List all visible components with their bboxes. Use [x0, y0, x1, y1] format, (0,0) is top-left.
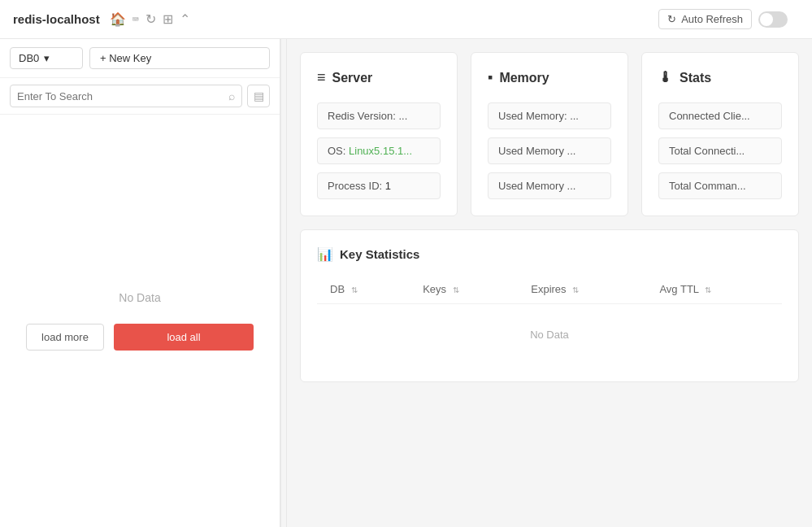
stats-card-items: Connected Clie... Total Connecti... Tota…: [658, 102, 782, 199]
server-card: ≡ Server Redis Version: ... OS: Linux5.1…: [300, 52, 458, 216]
server-title-text: Server: [332, 71, 373, 85]
main-layout: DB0 ▾ + New Key ⌕ ▤ No Data load more: [0, 39, 812, 527]
keys-sort-icon: ⇅: [453, 285, 459, 294]
key-statistics-card: 📊 Key Statistics DB ⇅ Keys ⇅: [300, 229, 799, 382]
avg-ttl-column-header[interactable]: Avg TTL ⇅: [646, 275, 782, 304]
used-memory-3: Used Memory ...: [488, 172, 611, 199]
server-card-title: ≡ Server: [317, 69, 441, 86]
table-no-data-row: No Data: [317, 304, 782, 366]
redis-version-item: Redis Version: ...: [317, 102, 441, 129]
process-id-label: Process ID:: [328, 180, 385, 192]
used-memory-3-label: Used Memory ...: [498, 180, 575, 192]
db-value: DB0: [19, 52, 39, 64]
used-memory-2-label: Used Memory ...: [498, 145, 575, 157]
search-icon[interactable]: ⌕: [228, 89, 235, 102]
os-item: OS: Linux5.15.1...: [317, 137, 441, 164]
expires-header-label: Expires: [531, 283, 566, 295]
topbar-left: redis-localhost 🏠 ⌨ ↻ ⊞ ⌃: [13, 11, 190, 27]
app-title: redis-localhost: [13, 12, 100, 26]
used-memory-2: Used Memory ...: [488, 137, 611, 164]
db-header-label: DB: [330, 283, 345, 295]
server-card-items: Redis Version: ... OS: Linux5.15.1... Pr…: [317, 102, 441, 199]
memory-title-text: Memory: [499, 71, 549, 85]
refresh-icon[interactable]: ↻: [145, 11, 156, 27]
home-icon[interactable]: 🏠: [110, 11, 126, 27]
connected-clients-item: Connected Clie...: [658, 102, 782, 129]
chevron-up-icon[interactable]: ⌃: [180, 11, 190, 27]
key-statistics-table: DB ⇅ Keys ⇅ Expires ⇅ Avg TTL: [317, 275, 782, 365]
sidebar-toolbar: DB0 ▾ + New Key: [0, 39, 280, 78]
search-row: ⌕ ▤: [0, 78, 280, 115]
grid-icon[interactable]: ⊞: [163, 11, 173, 27]
sidebar-divider[interactable]: [280, 39, 287, 527]
auto-refresh-button[interactable]: ↻ Auto Refresh: [658, 9, 752, 29]
os-value: Linux5.15.1...: [349, 145, 412, 157]
sidebar: DB0 ▾ + New Key ⌕ ▤ No Data load more: [0, 39, 280, 527]
chevron-down-icon: ▾: [44, 52, 50, 64]
process-id-item: Process ID: 1: [317, 172, 441, 199]
os-label: OS:: [328, 145, 349, 157]
expires-column-header[interactable]: Expires ⇅: [518, 275, 646, 304]
auto-refresh-label: Auto Refresh: [681, 13, 743, 25]
memory-card-items: Used Memory: ... Used Memory ... Used Me…: [488, 102, 611, 199]
process-id-value: 1: [385, 180, 391, 192]
search-wrapper: ⌕: [10, 85, 242, 107]
total-connections-item: Total Connecti...: [658, 137, 782, 164]
total-connections-label: Total Connecti...: [669, 145, 745, 157]
search-input[interactable]: [17, 90, 228, 102]
keys-header-label: Keys: [423, 283, 446, 295]
load-more-button[interactable]: load more: [26, 324, 104, 351]
stats-card-title: 🌡 Stats: [658, 69, 782, 86]
used-memory-1-label: Used Memory: ...: [498, 110, 579, 122]
avg-ttl-sort-icon: ⇅: [705, 285, 711, 294]
stats-card: 🌡 Stats Connected Clie... Total Connecti…: [641, 52, 799, 216]
db-sort-icon: ⇅: [351, 285, 358, 294]
terminal-icon[interactable]: ⌨: [132, 13, 139, 25]
topbar-right: ↻ Auto Refresh: [658, 9, 799, 29]
used-memory-1: Used Memory: ...: [488, 102, 611, 129]
expires-sort-icon: ⇅: [572, 285, 579, 294]
redis-version-label: Redis Version: ...: [328, 110, 407, 122]
memory-card-title: ▪ Memory: [488, 69, 611, 86]
total-commands-label: Total Comman...: [669, 180, 746, 192]
filter-button[interactable]: ▤: [247, 85, 270, 107]
server-icon: ≡: [317, 69, 326, 86]
stats-title-text: Stats: [680, 71, 711, 85]
sidebar-actions: load more load all: [26, 324, 254, 351]
stats-icon: 🌡: [658, 69, 673, 86]
keys-column-header[interactable]: Keys ⇅: [410, 275, 518, 304]
right-panel: ≡ Server Redis Version: ... OS: Linux5.1…: [287, 39, 812, 527]
topbar-icons: 🏠 ⌨ ↻ ⊞ ⌃: [110, 11, 190, 27]
refresh-icon-small: ↻: [667, 13, 676, 25]
cards-row: ≡ Server Redis Version: ... OS: Linux5.1…: [300, 52, 799, 216]
db-column-header[interactable]: DB ⇅: [317, 275, 410, 304]
key-statistics-label: Key Statistics: [340, 247, 419, 261]
bar-chart-icon: 📊: [317, 246, 333, 262]
table-header-row: DB ⇅ Keys ⇅ Expires ⇅ Avg TTL: [317, 275, 782, 304]
avg-ttl-header-label: Avg TTL: [659, 283, 698, 295]
table-no-data-cell: No Data: [317, 304, 782, 366]
no-data-label: No Data: [119, 291, 160, 304]
total-commands-item: Total Comman...: [658, 172, 782, 199]
key-statistics-title: 📊 Key Statistics: [317, 246, 782, 262]
connected-clients-label: Connected Clie...: [669, 110, 750, 122]
new-key-label: + New Key: [100, 52, 151, 64]
memory-icon: ▪: [488, 69, 493, 86]
topbar: redis-localhost 🏠 ⌨ ↻ ⊞ ⌃ ↻ Auto Refresh: [0, 0, 812, 39]
memory-card: ▪ Memory Used Memory: ... Used Memory ..…: [471, 52, 628, 216]
db-selector[interactable]: DB0 ▾: [10, 47, 83, 69]
sidebar-empty: No Data load more load all: [0, 115, 280, 527]
load-all-button[interactable]: load all: [114, 324, 254, 351]
auto-refresh-toggle[interactable]: [758, 11, 788, 28]
new-key-button[interactable]: + New Key: [89, 47, 270, 69]
